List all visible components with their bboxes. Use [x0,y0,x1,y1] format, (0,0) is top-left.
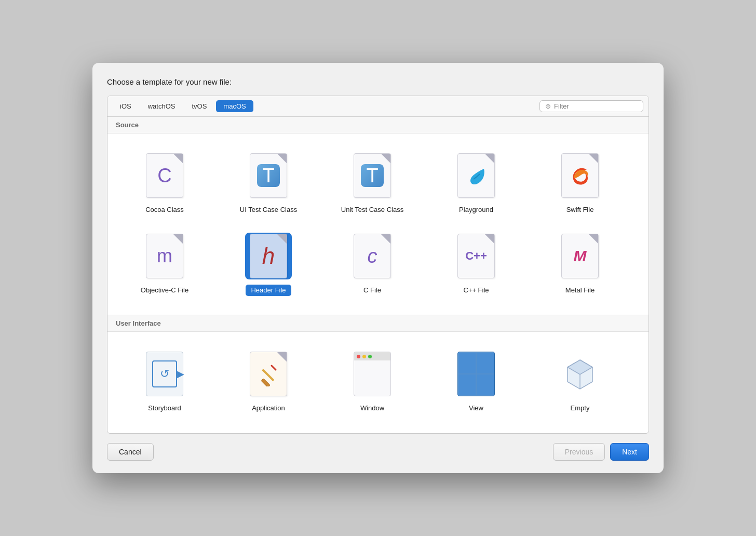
file-item-objc[interactable]: m Objective-C File [113,224,217,305]
file-item-application[interactable]: Application [217,342,320,423]
source-grid: C Cocoa Class T UI Test Case Class [107,133,649,316]
unit-test-t-box: T [361,164,384,187]
ui-test-icon: T [250,153,287,198]
storyboard-file-icon: ↺ ▶ [146,352,183,396]
ui-test-letter: T [262,166,274,185]
empty-svg-icon [564,356,596,392]
cocoa-class-icon-wrapper: C [141,152,188,199]
storyboard-label: Storyboard [144,403,185,414]
empty-file-icon [561,352,599,396]
cpp-file-icon: C++ [457,234,495,278]
view-cell-4 [476,374,494,396]
file-item-ui-test[interactable]: T UI Test Case Class [217,144,320,224]
filter-icon: ⊜ [545,102,551,110]
metal-file-icon: M [561,234,599,278]
application-icon-wrapper [245,351,292,397]
metal-file-label: Metal File [561,285,599,297]
file-item-storyboard[interactable]: ↺ ▶ Storyboard [113,342,217,423]
swift-file-label: Swift File [562,204,598,216]
view-cell-1 [458,352,476,374]
storyboard-curve-icon: ↺ [160,367,169,381]
file-item-metal[interactable]: M Metal File [528,224,632,305]
file-item-window[interactable]: Window [320,342,424,423]
right-buttons: Previous Next [553,443,649,461]
view-icon-wrapper [453,351,500,397]
storyboard-arrow-icon: ▶ [177,368,184,380]
next-button[interactable]: Next [610,443,649,461]
c-letter: c [368,246,377,266]
window-icon-wrapper [349,351,396,397]
objc-letter: m [157,247,172,265]
window-label: Window [356,403,388,414]
application-svg-icon [256,361,281,386]
view-file-icon [457,352,495,396]
cpp-file-label: C++ File [459,285,493,297]
playground-icon-wrapper [453,152,500,199]
file-item-view[interactable]: View [424,342,528,423]
content-area: iOS watchOS tvOS macOS ⊜ Source C Cocoa … [107,96,649,434]
unit-test-label: Unit Test Case Class [337,204,408,216]
header-label: Header File [246,285,291,297]
file-item-swift[interactable]: Swift File [528,144,632,224]
c-icon-wrapper: c [349,233,396,279]
header-letter: h [262,245,275,267]
file-item-playground[interactable]: Playground [424,144,528,224]
unit-test-icon-wrapper: T [349,152,396,199]
file-item-cpp[interactable]: C++ C++ File [424,224,528,305]
file-item-empty[interactable]: Empty [528,342,632,423]
window-titlebar [354,352,390,360]
tab-macos[interactable]: macOS [216,100,253,112]
source-section-header: Source [107,117,649,133]
view-cell-2 [476,352,494,374]
cocoa-class-label: Cocoa Class [141,204,188,216]
view-label: View [465,403,488,414]
file-item-c[interactable]: c C File [320,224,424,305]
ui-test-t-box: T [257,164,280,187]
new-file-dialog: Choose a template for your new file: iOS… [92,63,664,474]
cocoa-class-icon: C [146,153,183,198]
c-file-label: C File [359,285,385,297]
dot-red-icon [357,355,360,358]
dialog-title: Choose a template for your new file: [107,77,649,86]
file-item-cocoa-class[interactable]: C Cocoa Class [113,144,217,224]
tab-watchos[interactable]: watchOS [141,100,183,112]
ui-test-label: UI Test Case Class [236,204,301,216]
header-file-icon: h [250,234,287,278]
svg-rect-0 [261,379,270,386]
file-item-unit-test[interactable]: T Unit Test Case Class [320,144,424,224]
filter-input[interactable] [554,102,641,110]
c-file-icon: c [354,234,391,278]
empty-icon-wrapper [557,351,603,397]
header-icon-wrapper: h [245,233,292,279]
application-file-icon [250,352,287,396]
application-label: Application [248,403,289,414]
metal-letter: M [574,248,587,264]
cancel-button[interactable]: Cancel [107,443,154,461]
storyboard-inner: ↺ ▶ [152,360,177,387]
objc-label: Objective-C File [137,285,193,297]
dot-green-icon [368,355,372,358]
view-grid [458,352,494,396]
swift-icon-wrapper [557,152,603,199]
cocoa-letter: C [157,166,171,185]
previous-button[interactable]: Previous [553,443,605,461]
filter-box[interactable]: ⊜ [539,100,643,112]
tab-bar: iOS watchOS tvOS macOS ⊜ [107,96,649,117]
empty-label: Empty [566,403,594,414]
playground-label: Playground [455,204,497,216]
tab-ios[interactable]: iOS [113,100,139,112]
tab-tvos[interactable]: tvOS [184,100,214,112]
unit-test-letter: T [366,166,378,185]
file-item-header[interactable]: h Header File [217,224,320,305]
view-cell-3 [458,374,476,396]
storyboard-icon-wrapper: ↺ ▶ [141,351,188,397]
playground-icon [457,153,495,198]
cpp-icon-wrapper: C++ [453,233,500,279]
cpp-letter: C++ [465,250,487,262]
objc-icon-wrapper: m [141,233,188,279]
ui-test-icon-wrapper: T [245,152,292,199]
metal-icon-wrapper: M [557,233,603,279]
bottom-bar: Cancel Previous Next [107,443,649,461]
unit-test-icon: T [354,153,391,198]
ui-section-header: User Interface [107,315,649,332]
